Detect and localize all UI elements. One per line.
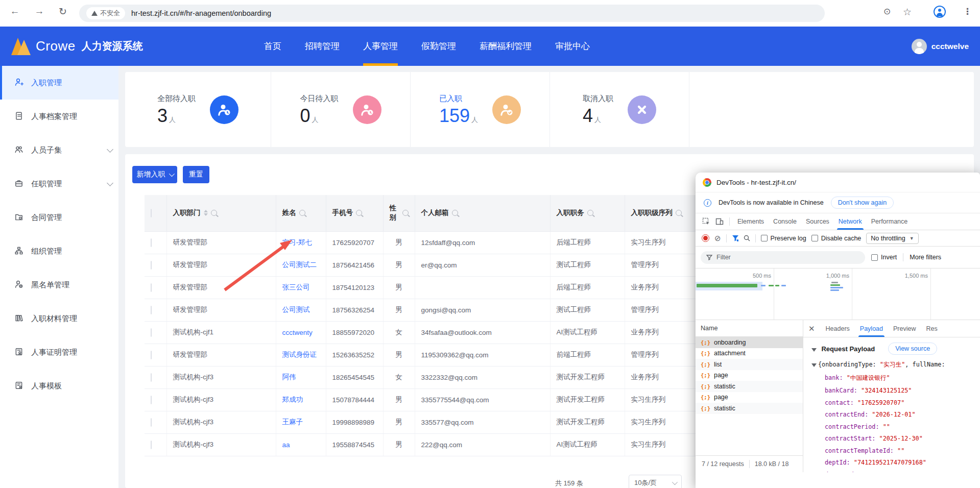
- view-source-button[interactable]: View source: [888, 343, 937, 355]
- top-nav-item-薪酬福利管理[interactable]: 薪酬福利管理: [479, 27, 533, 66]
- devtools-tab-Sources[interactable]: Sources: [801, 213, 834, 230]
- devtools-tab-Network[interactable]: Network: [834, 213, 867, 230]
- payload-field-contractEnd[interactable]: contractEnd: "2026-12-01": [811, 411, 980, 418]
- sidebar-item-黑名单管理[interactable]: 黑名单管理: [0, 268, 118, 302]
- payload-field-deptLeader[interactable]: deptLeader: "45580476072656897": [811, 471, 980, 473]
- detail-tab-Payload[interactable]: Payload: [855, 321, 888, 337]
- network-overview-timeline[interactable]: 500 ms1,000 ms1,500 ms: [696, 269, 980, 320]
- devtools-tab-Performance[interactable]: Performance: [867, 213, 913, 230]
- dont-show-again-button[interactable]: Don't show again: [831, 197, 894, 209]
- payload-field-contractTemplateId[interactable]: contractTemplateId: "": [811, 447, 980, 454]
- payload-field-contact[interactable]: contact: "17625920707": [811, 399, 980, 406]
- close-icon[interactable]: ✕: [808, 324, 815, 333]
- employee-name-link[interactable]: 张三公司: [282, 283, 310, 291]
- employee-name-link[interactable]: 阿伟: [282, 373, 296, 381]
- request-row-statistic[interactable]: {;}statistic: [696, 403, 803, 414]
- column-header-姓名[interactable]: 姓名: [276, 195, 326, 231]
- sidebar-item-入职材料管理[interactable]: 入职材料管理: [0, 302, 118, 335]
- payload-field-contractPeriod[interactable]: contractPeriod: "": [811, 423, 980, 430]
- row-checkbox[interactable]: [151, 396, 152, 404]
- bookmark-star-icon[interactable]: ☆: [903, 6, 912, 18]
- cell-姓名[interactable]: 阿伟: [276, 366, 326, 388]
- zoom-out-icon[interactable]: ⊙: [883, 6, 891, 17]
- more-filters-button[interactable]: More filters: [910, 254, 941, 261]
- row-checkbox[interactable]: [151, 283, 152, 292]
- cell-姓名[interactable]: aa: [276, 433, 326, 456]
- cell-姓名[interactable]: 王麻子: [276, 411, 326, 433]
- detail-tab-Preview[interactable]: Preview: [889, 321, 920, 337]
- cell-姓名[interactable]: 实习-郑七: [276, 231, 326, 254]
- sidebar-item-入职管理[interactable]: 入职管理: [0, 66, 118, 100]
- page-size-select[interactable]: 10条/页: [629, 475, 682, 488]
- search-icon[interactable]: [587, 210, 593, 216]
- employee-name-link[interactable]: 王麻子: [282, 418, 303, 426]
- top-nav-item-首页[interactable]: 首页: [263, 27, 282, 66]
- sidebar-item-任职管理[interactable]: 任职管理: [0, 167, 118, 201]
- reload-icon[interactable]: ↻: [55, 6, 70, 17]
- top-nav-item-假勤管理[interactable]: 假勤管理: [420, 27, 457, 66]
- payload-field-deptId[interactable]: deptId: "741219521747079168": [811, 459, 980, 466]
- search-icon[interactable]: [744, 235, 750, 241]
- preserve-log-checkbox[interactable]: Preserve log: [761, 235, 806, 242]
- search-icon[interactable]: [299, 210, 305, 216]
- cell-姓名[interactable]: 公司测试: [276, 299, 326, 321]
- employee-name-link[interactable]: ccctwenty: [282, 329, 313, 336]
- filter-input[interactable]: Filter: [701, 251, 865, 264]
- employee-name-link[interactable]: 公司测试二: [282, 261, 317, 269]
- column-header-性别[interactable]: 性别: [383, 195, 415, 231]
- reset-button[interactable]: 重置: [183, 166, 209, 183]
- payload-field-bank[interactable]: bank: "中国建设银行": [811, 374, 980, 382]
- search-icon[interactable]: [676, 210, 682, 216]
- address-bar[interactable]: 不安全 hr-test.zjf-it.cn/#/hr-anagement/onb…: [79, 5, 825, 22]
- back-icon[interactable]: ←: [7, 6, 22, 17]
- search-icon[interactable]: [211, 210, 217, 216]
- detail-tab-Headers[interactable]: Headers: [821, 321, 854, 337]
- top-nav-item-招聘管理[interactable]: 招聘管理: [304, 27, 341, 66]
- record-icon[interactable]: [702, 234, 709, 242]
- sidebar-item-人员子集[interactable]: 人员子集: [0, 133, 118, 167]
- clear-icon[interactable]: ⊘: [714, 234, 721, 242]
- invert-checkbox[interactable]: Invert: [871, 254, 897, 261]
- devtools-tab-Elements[interactable]: Elements: [733, 213, 769, 230]
- request-row-page[interactable]: {;}page: [696, 392, 803, 403]
- disable-cache-checkbox[interactable]: Disable cache: [811, 235, 862, 242]
- user-menu[interactable]: ccctwelve: [912, 27, 969, 66]
- row-checkbox[interactable]: [151, 418, 152, 427]
- cell-姓名[interactable]: 测试身份证: [276, 344, 326, 366]
- sidebar-item-合同管理[interactable]: 合同管理: [0, 201, 118, 234]
- column-header-入职职级序列[interactable]: 入职职级序列: [625, 195, 694, 231]
- employee-name-link[interactable]: 郑成功: [282, 396, 303, 403]
- request-row-onboarding[interactable]: {;}onboarding: [696, 337, 803, 348]
- top-nav-item-人事管理[interactable]: 人事管理: [362, 27, 399, 66]
- sidebar-item-人事模板[interactable]: 人事模板: [0, 369, 118, 403]
- row-checkbox[interactable]: [151, 351, 152, 359]
- column-header-手机号[interactable]: 手机号: [326, 195, 383, 231]
- request-row-page[interactable]: {;}page: [696, 370, 803, 381]
- search-icon[interactable]: [356, 210, 362, 216]
- add-onboarding-button[interactable]: 新增入职: [132, 166, 177, 183]
- employee-name-link[interactable]: 实习-郑七: [282, 238, 313, 246]
- sidebar-item-人事证明管理[interactable]: 人事证明管理: [0, 335, 118, 369]
- sidebar-item-组织管理[interactable]: 组织管理: [0, 234, 118, 268]
- request-row-list[interactable]: {;}list: [696, 359, 803, 370]
- devtools-tab-Console[interactable]: Console: [769, 213, 801, 230]
- payload-summary[interactable]: {onboardingType: "实习生", fullName:: [811, 361, 980, 369]
- cell-姓名[interactable]: ccctwenty: [276, 321, 326, 344]
- select-all-checkbox[interactable]: [151, 209, 152, 217]
- employee-name-link[interactable]: aa: [282, 441, 290, 449]
- row-checkbox[interactable]: [151, 441, 152, 449]
- payload-field-contractStart[interactable]: contractStart: "2025-12-30": [811, 435, 980, 442]
- cell-姓名[interactable]: 郑成功: [276, 388, 326, 411]
- inspect-element-icon[interactable]: [700, 213, 713, 230]
- top-nav-item-审批中心[interactable]: 审批中心: [554, 27, 591, 66]
- security-chip[interactable]: 不安全: [86, 7, 125, 19]
- cell-姓名[interactable]: 公司测试二: [276, 254, 326, 276]
- sort-icon[interactable]: [204, 210, 208, 216]
- column-header-入职职务[interactable]: 入职职务: [550, 195, 625, 231]
- request-row-statistic[interactable]: {;}statistic: [696, 381, 803, 392]
- devtools-titlebar[interactable]: DevTools - hr-test.zjf-it.cn/: [696, 173, 980, 192]
- search-icon[interactable]: [402, 210, 409, 216]
- forward-icon[interactable]: →: [32, 6, 47, 17]
- sidebar-item-人事档案管理[interactable]: 人事档案管理: [0, 100, 118, 133]
- row-checkbox[interactable]: [151, 306, 152, 314]
